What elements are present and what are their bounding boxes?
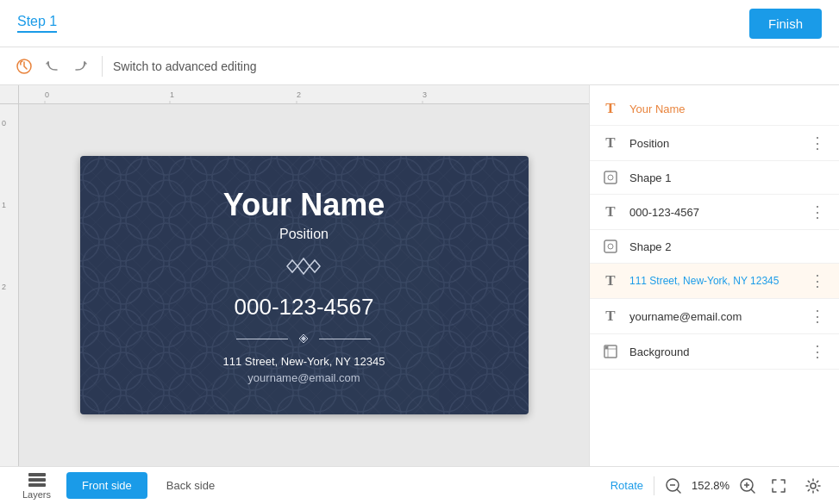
back-side-tab[interactable]: Back side <box>151 472 230 499</box>
bottom-right-controls: Rotate 152.8% <box>610 474 825 498</box>
svg-point-26 <box>608 244 613 249</box>
layer-label-your-name: Your Name <box>629 103 829 115</box>
svg-point-24 <box>608 175 613 180</box>
zoom-in-button[interactable] <box>739 477 756 495</box>
svg-line-36 <box>677 489 680 493</box>
layer-item-shape2[interactable]: Shape 2 <box>590 230 839 264</box>
layer-icon-text4: T <box>600 271 621 291</box>
layer-icon-bg <box>600 341 621 362</box>
text-type-icon2: T <box>605 134 615 152</box>
front-side-tab[interactable]: Front side <box>66 472 147 499</box>
layer-item-background[interactable]: Background ⋮ <box>590 334 839 370</box>
layer-label-email: yourname@email.com <box>629 310 806 323</box>
card-divider <box>223 333 385 346</box>
svg-line-40 <box>751 489 754 493</box>
switch-to-advanced[interactable]: Switch to advanced editing <box>113 59 257 73</box>
settings-button[interactable] <box>801 474 825 498</box>
svg-marker-20 <box>310 260 320 272</box>
svg-rect-23 <box>604 171 617 184</box>
svg-text:1: 1 <box>2 201 6 209</box>
zoom-out-icon <box>665 477 682 495</box>
layer-label-position: Position <box>629 137 806 150</box>
layer-label-address: 111 Street, New-York, NY 12345 <box>629 275 806 287</box>
svg-text:0: 0 <box>45 90 49 99</box>
shape-type-icon1 <box>603 170 618 185</box>
layers-button[interactable]: Layers <box>14 467 59 505</box>
rotate-button[interactable]: Rotate <box>610 479 643 492</box>
layer-item-shape1[interactable]: Shape 1 <box>590 161 839 195</box>
ruler-corner <box>0 85 19 104</box>
canvas-content: Your Name Position 000-123-4567 <box>19 104 589 466</box>
zoom-level: 152.8% <box>689 479 732 492</box>
bg-type-icon <box>603 344 618 359</box>
layer-icon-shape1 <box>600 167 621 188</box>
card-text-content: Your Name Position 000-123-4567 <box>223 187 385 384</box>
step-label: Step 1 <box>17 14 57 33</box>
layer-icon-text2: T <box>600 133 621 153</box>
layer-item-position[interactable]: T Position ⋮ <box>590 126 839 161</box>
zoom-in-icon <box>739 477 756 495</box>
layer-menu-email[interactable]: ⋮ <box>806 305 829 327</box>
svg-text:3: 3 <box>423 90 427 99</box>
layer-label-phone: 000-123-4567 <box>629 206 806 219</box>
text-type-icon: T <box>605 100 615 117</box>
svg-marker-19 <box>297 258 310 274</box>
history-button[interactable] <box>12 54 36 78</box>
text-type-icon4: T <box>605 272 615 289</box>
fit-screen-button[interactable] <box>767 474 791 498</box>
shape-type-icon2 <box>603 239 618 254</box>
main-area: 0 1 2 3 0 1 2 <box>0 85 839 466</box>
toolbar-divider <box>102 56 103 77</box>
svg-marker-18 <box>287 260 297 272</box>
layer-item-your-name[interactable]: T Your Name <box>590 92 839 126</box>
svg-marker-22 <box>301 336 306 341</box>
layer-label-background: Background <box>629 345 806 358</box>
layer-icon-text5: T <box>600 306 621 327</box>
toolbar: Switch to advanced editing <box>0 47 839 85</box>
layer-icon-shape2 <box>600 236 621 257</box>
card-ornament2 <box>295 333 312 346</box>
card-divider-line-right <box>319 339 371 339</box>
card-position: Position <box>223 227 385 242</box>
redo-button[interactable] <box>69 55 91 78</box>
card-divider-line-left <box>236 339 288 339</box>
layer-menu-position[interactable]: ⋮ <box>806 132 829 154</box>
fit-screen-icon <box>770 477 787 495</box>
layer-menu-background[interactable]: ⋮ <box>806 340 829 363</box>
svg-text:1: 1 <box>170 90 174 99</box>
layers-label: Layers <box>22 489 51 500</box>
text-type-icon5: T <box>605 308 615 325</box>
canvas-area: 0 1 2 3 0 1 2 <box>0 85 589 466</box>
svg-text:0: 0 <box>2 119 6 128</box>
business-card[interactable]: Your Name Position 000-123-4567 <box>80 156 529 414</box>
text-type-icon3: T <box>605 203 615 221</box>
layer-item-email[interactable]: T yourname@email.com ⋮ <box>590 299 839 334</box>
bottom-bar: Layers Front side Back side Rotate 152.8… <box>0 466 839 504</box>
layer-item-phone[interactable]: T 000-123-4567 ⋮ <box>590 195 839 230</box>
layer-label-shape1: Shape 1 <box>629 171 829 184</box>
svg-point-41 <box>811 483 816 488</box>
layer-menu-address[interactable]: ⋮ <box>806 270 829 292</box>
layer-menu-phone[interactable]: ⋮ <box>806 201 829 223</box>
ruler-horizontal: 0 1 2 3 <box>19 85 589 104</box>
card-ornament1 <box>223 256 385 282</box>
card-address: 111 Street, New-York, NY 12345 <box>223 355 385 368</box>
ruler-vertical: 0 1 2 <box>0 104 19 466</box>
svg-rect-25 <box>604 240 617 252</box>
svg-text:2: 2 <box>297 90 301 99</box>
svg-rect-32 <box>28 478 46 482</box>
svg-rect-30 <box>605 346 608 349</box>
svg-text:2: 2 <box>2 283 6 291</box>
zoom-out-button[interactable] <box>665 477 682 495</box>
reset-icon <box>16 58 33 75</box>
layer-item-address[interactable]: T 111 Street, New-York, NY 12345 ⋮ <box>590 264 839 299</box>
layer-icon-text: T <box>600 98 621 119</box>
finish-button[interactable]: Finish <box>749 9 822 39</box>
card-name: Your Name <box>223 187 385 223</box>
card-email: yourname@email.com <box>223 371 385 384</box>
undo-button[interactable] <box>41 55 64 78</box>
undo-icon <box>45 59 60 74</box>
svg-rect-31 <box>28 473 46 476</box>
header: Step 1 Finish <box>0 0 839 47</box>
bottom-divider <box>654 476 654 495</box>
